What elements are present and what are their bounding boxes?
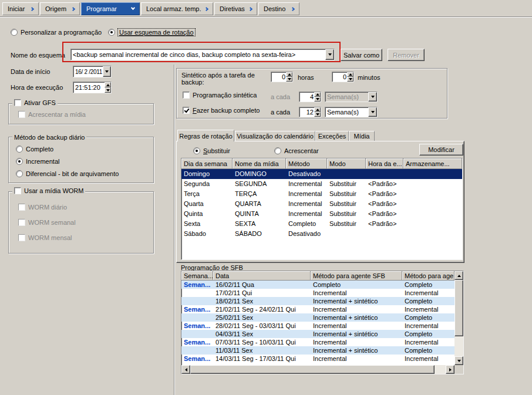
checkbox-checked-icon bbox=[183, 107, 190, 114]
radio-acrescentar[interactable]: Acrescentar bbox=[274, 147, 319, 154]
cell-method-agent: Incremental bbox=[402, 322, 454, 330]
spinner-up-button[interactable] bbox=[105, 82, 111, 87]
tab-regras-rotacao[interactable]: Regras de rotação bbox=[177, 130, 234, 141]
spinner-up-button[interactable] bbox=[286, 72, 292, 77]
sfb-row[interactable]: 04/03/11 SexIncremental + sintéticoCompl… bbox=[181, 330, 454, 338]
radio-incremental[interactable]: Incremental bbox=[16, 158, 59, 165]
chevron-right-icon bbox=[30, 6, 34, 11]
horizontal-scrollbar[interactable] bbox=[181, 365, 454, 374]
radio-personalizar-programacao[interactable]: Personalizar a programação bbox=[11, 29, 102, 36]
wizard-tab-local-armaz[interactable]: Local armaz. temp. bbox=[141, 2, 213, 15]
rotation-row-segunda[interactable]: SegundaSEGUNDAIncrementalSubstituir<Padr… bbox=[181, 179, 462, 189]
spinner-up-button[interactable] bbox=[347, 72, 353, 77]
caret-down-icon bbox=[316, 98, 319, 100]
wizard-tab-diretivas[interactable]: Diretivas bbox=[214, 2, 257, 15]
rotation-row-quinta[interactable]: QuintaQUINTAIncrementalSubstituir<Padrão… bbox=[181, 209, 462, 219]
modify-button[interactable]: Modificar bbox=[419, 144, 463, 156]
rotation-row-sabado[interactable]: SábadoSÁBADODesativado bbox=[181, 229, 462, 239]
spinner-up-button[interactable] bbox=[314, 107, 321, 112]
dropdown-arrow-button[interactable] bbox=[368, 107, 377, 117]
sfb-row[interactable]: Seman...14/03/11 Seg - 17/03/11 QuiIncre… bbox=[181, 355, 454, 363]
spinner-down-button[interactable] bbox=[347, 77, 353, 82]
full-unit-combobox[interactable]: Semana(s) bbox=[325, 107, 378, 117]
worm-weekly-checkbox[interactable]: WORM semanal bbox=[18, 219, 76, 226]
spinner-down-button[interactable] bbox=[314, 112, 321, 117]
cell-mode: Substituir bbox=[327, 199, 366, 209]
column-header-metodo-sfb[interactable]: Método para agente SFB bbox=[311, 271, 402, 281]
radio-usar-esquema-rotacao[interactable]: Usar esquema de rotação bbox=[108, 29, 195, 36]
scrollbar-right-button[interactable] bbox=[446, 365, 454, 374]
cell-method: Desativado bbox=[286, 169, 327, 179]
radio-completo[interactable]: Completo bbox=[16, 146, 53, 153]
column-header-metodo-agente[interactable]: Método para age... bbox=[402, 271, 454, 281]
full-every-spinner[interactable]: 12 bbox=[299, 107, 321, 117]
dropdown-arrow-button[interactable] bbox=[325, 49, 334, 60]
scrollbar-thumb[interactable] bbox=[454, 280, 463, 336]
column-header-armazenamento[interactable]: Armazename... bbox=[403, 158, 462, 169]
sfb-row[interactable]: Seman...07/03/11 Seg - 10/03/11 QuiIncre… bbox=[181, 338, 454, 346]
wizard-tab-iniciar[interactable]: Iniciar bbox=[2, 2, 39, 15]
spinner-up-button[interactable] bbox=[314, 92, 321, 97]
dropdown-arrow-button[interactable] bbox=[103, 66, 111, 77]
radio-checked-icon bbox=[16, 158, 23, 165]
column-header-semana[interactable]: Semana... bbox=[181, 271, 213, 281]
tab-midia[interactable]: Mídia bbox=[349, 131, 375, 141]
vertical-scrollbar[interactable] bbox=[454, 271, 463, 365]
column-header-metodo[interactable]: Método bbox=[286, 158, 327, 169]
column-header-midia[interactable]: Nome da mídia bbox=[233, 158, 286, 169]
scheme-name-combobox[interactable]: <backup semanal incremental de cinco dia… bbox=[70, 49, 335, 60]
cell-mode: Substituir bbox=[327, 179, 366, 189]
column-header-data[interactable]: Data bbox=[213, 271, 311, 281]
gfs-checkbox[interactable]: Ativar GFS bbox=[12, 99, 58, 107]
column-header-hora[interactable]: Hora da e... bbox=[366, 158, 403, 169]
rotation-row-sexta[interactable]: SextaSEXTACompletoSubstituir<Padrão> bbox=[181, 219, 462, 229]
rotation-rules-panel: Substituir Acrescentar Modificar Dia da … bbox=[176, 141, 464, 263]
scrollbar-down-button[interactable] bbox=[454, 356, 463, 365]
scrollbar-thumb[interactable] bbox=[190, 365, 435, 374]
scrollbar-up-button[interactable] bbox=[454, 271, 463, 280]
synthetic-every-spinner[interactable]: 4 bbox=[299, 92, 321, 102]
synthetic-minutes-spinner[interactable]: 0 bbox=[332, 72, 354, 82]
append-media-checkbox[interactable]: Acrescentar a mídia bbox=[18, 111, 86, 118]
synthetic-unit-combobox[interactable]: Semana(s) bbox=[325, 92, 378, 102]
rotation-row-terca[interactable]: TerçaTERÇAIncrementalSubstituir<Padrão> bbox=[181, 189, 462, 199]
remove-button[interactable]: Remover bbox=[388, 49, 425, 61]
spinner-down-button[interactable] bbox=[314, 97, 321, 102]
cell-method-sfb: Incremental bbox=[311, 338, 402, 346]
radio-label: Completo bbox=[26, 146, 53, 153]
tab-excecoes[interactable]: Exceções bbox=[315, 131, 349, 141]
worm-daily-checkbox[interactable]: WORM diário bbox=[18, 204, 67, 211]
rotation-row-domingo[interactable]: DomingoDOMINGODesativado bbox=[181, 169, 462, 179]
cell-date: 04/03/11 Sex bbox=[213, 330, 311, 338]
worm-checkbox[interactable]: Usar a mídia WORM bbox=[12, 187, 85, 195]
wizard-tab-programar[interactable]: Programar bbox=[81, 2, 140, 15]
spinner-down-button[interactable] bbox=[286, 77, 292, 82]
save-as-button[interactable]: Salvar como bbox=[341, 49, 382, 61]
cell-media: SEGUNDA bbox=[233, 179, 286, 189]
synthetic-schedule-checkbox[interactable]: Programação sintética bbox=[183, 92, 257, 99]
radio-diferencial[interactable]: Diferencial - bit de arquivamento bbox=[16, 170, 119, 177]
full-backup-checkbox[interactable]: Fazer backup completo bbox=[183, 107, 260, 114]
synthetic-hours-spinner[interactable]: 0 bbox=[271, 72, 293, 82]
column-header-dia[interactable]: Dia da semana bbox=[181, 158, 233, 169]
column-header-modo[interactable]: Modo bbox=[327, 158, 366, 169]
checkbox-icon bbox=[18, 204, 25, 211]
sfb-row[interactable]: 25/02/11 SexIncremental + sintéticoCompl… bbox=[181, 313, 454, 322]
sfb-row[interactable]: 17/02/11 QuiIncrementalIncremental bbox=[181, 289, 454, 297]
radio-substituir[interactable]: Substituir bbox=[193, 147, 230, 154]
sfb-row[interactable]: Seman...28/02/11 Seg - 03/03/11 QuiIncre… bbox=[181, 322, 454, 330]
start-date-picker[interactable]: 16/ 2 /2011 bbox=[73, 66, 112, 77]
worm-monthly-checkbox[interactable]: WORM mensal bbox=[18, 234, 72, 241]
sfb-row[interactable]: Seman...21/02/11 Seg - 24/02/11 QuiIncre… bbox=[181, 305, 454, 313]
sfb-row[interactable]: Seman...16/02/11 QuaCompletoCompleto bbox=[181, 281, 454, 289]
tab-visualizacao-calendario[interactable]: Visualização do calendário bbox=[235, 131, 315, 141]
dropdown-arrow-button[interactable] bbox=[368, 92, 377, 102]
exec-time-spinner[interactable]: 21:51:20 bbox=[73, 82, 112, 93]
spinner-down-button[interactable] bbox=[105, 87, 111, 93]
sfb-row[interactable]: 11/03/11 SexIncremental + sintéticoCompl… bbox=[181, 346, 454, 355]
rotation-row-quarta[interactable]: QuartaQUARTAIncrementalSubstituir<Padrão… bbox=[181, 199, 462, 209]
wizard-tab-origem[interactable]: Origem bbox=[40, 2, 80, 15]
sfb-row[interactable]: 18/02/11 SexIncremental + sintéticoCompl… bbox=[181, 297, 454, 305]
scrollbar-left-button[interactable] bbox=[181, 365, 190, 374]
wizard-tab-destino[interactable]: Destino bbox=[258, 2, 299, 15]
